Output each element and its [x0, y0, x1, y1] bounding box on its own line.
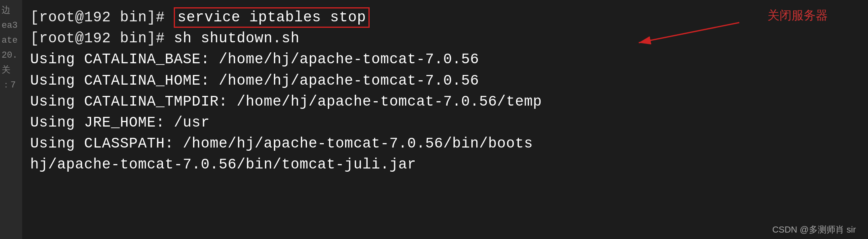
- terminal-line-5: Using CATALINA_TMPDIR: /home/hj/apache-t…: [30, 91, 868, 112]
- terminal-window: 边 ea3 ate 20. 关 ：7 [root@192 bin]# servi…: [0, 0, 868, 239]
- command-3: Using CATALINA_BASE: /home/hj/apache-tom…: [30, 51, 479, 68]
- sidebar-item-4: 20.: [0, 48, 22, 63]
- annotation-container: 关闭服务器: [751, 7, 828, 24]
- terminal-line-7: Using CLASSPATH: /home/hj/apache-tomcat-…: [30, 133, 868, 154]
- prompt-2: [root@192 bin]#: [30, 30, 174, 47]
- terminal-line-6: Using JRE_HOME: /usr: [30, 112, 868, 133]
- sidebar-item-3: ate: [0, 33, 22, 48]
- footer-watermark: CSDN @多测师肖 sir: [772, 224, 856, 236]
- command-2: sh shutdown.sh: [174, 30, 300, 47]
- left-sidebar: 边 ea3 ate 20. 关 ：7: [0, 0, 22, 239]
- command-4: Using CATALINA_HOME: /home/hj/apache-tom…: [30, 73, 479, 89]
- sidebar-item-1: 边: [0, 3, 22, 18]
- prompt-1: [root@192 bin]#: [30, 9, 174, 26]
- annotation-label: 关闭服务器: [767, 8, 828, 22]
- sidebar-item-6: ：7: [0, 78, 22, 93]
- command-7: Using CLASSPATH: /home/hj/apache-tomcat-…: [30, 135, 533, 152]
- terminal-line-8: hj/apache-tomcat-7.0.56/bin/tomcat-juli.…: [30, 154, 868, 175]
- svg-line-1: [639, 23, 739, 43]
- annotation-arrow-icon: [627, 19, 755, 55]
- command-5: Using CATALINA_TMPDIR: /home/hj/apache-t…: [30, 94, 542, 110]
- command-8: hj/apache-tomcat-7.0.56/bin/tomcat-juli.…: [30, 156, 416, 173]
- command-6: Using JRE_HOME: /usr: [30, 114, 210, 131]
- sidebar-item-5: 关: [0, 63, 22, 78]
- highlighted-command: service iptables stop: [174, 7, 370, 28]
- terminal-line-4: Using CATALINA_HOME: /home/hj/apache-tom…: [30, 71, 868, 91]
- sidebar-item-2: ea3: [0, 18, 22, 33]
